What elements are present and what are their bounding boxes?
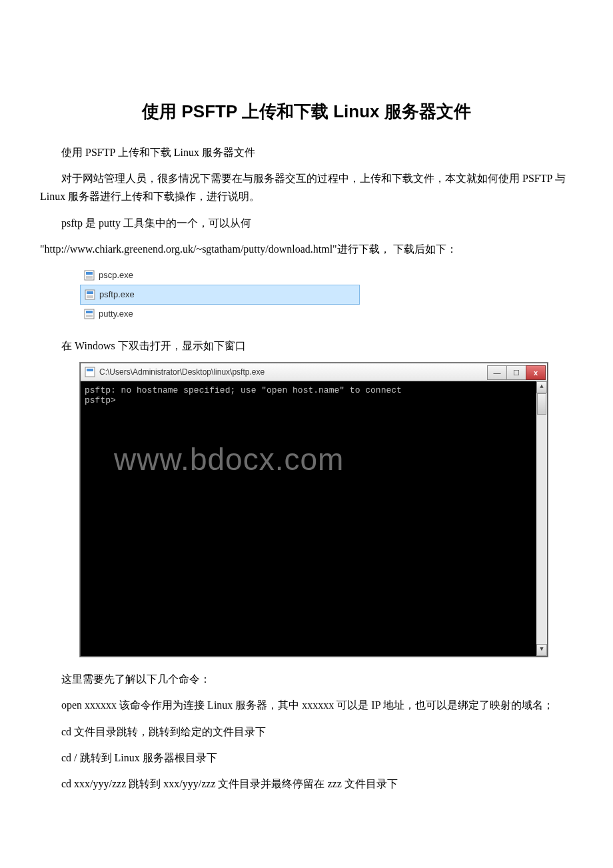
- paragraph-download-2: "http://www.chiark.greenend.org.uk/~sgta…: [40, 240, 573, 258]
- close-button[interactable]: x: [526, 365, 546, 380]
- svg-rect-2: [86, 276, 93, 279]
- svg-rect-4: [87, 291, 93, 294]
- paragraph-context: 对于网站管理人员，很多情况下需要在与服务器交互的过程中，上传和下载文件，本文就如…: [40, 169, 573, 205]
- svg-rect-8: [86, 315, 93, 317]
- svg-rect-1: [86, 272, 93, 275]
- scroll-down-icon[interactable]: ▼: [536, 644, 547, 656]
- watermark-text: www.bdocx.com: [114, 441, 344, 477]
- svg-rect-10: [87, 369, 93, 371]
- file-list: pscp.exe psftp.exe putty.exe: [80, 266, 360, 323]
- svg-rect-5: [87, 295, 93, 298]
- exe-icon: [84, 309, 95, 319]
- console-body[interactable]: psftp: no hostname specified; use "open …: [81, 381, 547, 656]
- app-icon: [85, 367, 95, 377]
- exe-icon: [84, 270, 95, 281]
- console-titlebar[interactable]: C:\Users\Administrator\Desktop\linux\psf…: [81, 363, 547, 381]
- console-line-1: psftp: no hostname specified; use "open …: [85, 385, 402, 395]
- paragraph-cmd-cd-path: cd xxx/yyy/zzz 跳转到 xxx/yyy/zzz 文件目录并最终停留…: [40, 775, 573, 793]
- paragraph-intro-repeat: 使用 PSFTP 上传和下载 Linux 服务器文件: [40, 143, 573, 161]
- exe-icon: [85, 289, 95, 300]
- file-label: psftp.exe: [99, 289, 135, 299]
- console-line-2: psftp>: [85, 395, 116, 405]
- scroll-thumb[interactable]: [537, 393, 546, 415]
- paragraph-cmd-cd: cd 文件目录跳转，跳转到给定的文件目录下: [40, 723, 573, 741]
- maximize-button[interactable]: ☐: [506, 365, 526, 380]
- paragraph-open-window: 在 Windows 下双击打开，显示如下窗口: [40, 337, 573, 355]
- page-title: 使用 PSFTP 上传和下载 Linux 服务器文件: [40, 100, 573, 123]
- console-window: C:\Users\Administrator\Desktop\linux\psf…: [80, 363, 548, 657]
- svg-rect-7: [86, 311, 93, 313]
- file-row-putty[interactable]: putty.exe: [80, 305, 360, 323]
- scroll-track[interactable]: [536, 393, 547, 644]
- console-title: C:\Users\Administrator\Desktop\linux\psf…: [99, 367, 488, 377]
- minimize-button[interactable]: —: [487, 365, 507, 380]
- file-row-psftp[interactable]: psftp.exe: [80, 285, 360, 305]
- paragraph-cmd-cd-root: cd / 跳转到 Linux 服务器根目录下: [40, 749, 573, 767]
- paragraph-cmd-open: open xxxxxx 该命令作用为连接 Linux 服务器，其中 xxxxxx…: [40, 696, 573, 714]
- scrollbar[interactable]: ▲ ▼: [536, 381, 547, 656]
- file-row-pscp[interactable]: pscp.exe: [80, 266, 360, 285]
- paragraph-commands-intro: 这里需要先了解以下几个命令：: [40, 670, 573, 688]
- paragraph-download-1: psftp 是 putty 工具集中的一个，可以从何: [40, 214, 573, 232]
- window-controls: — ☐ x: [488, 365, 546, 379]
- file-label: putty.exe: [99, 309, 133, 319]
- file-label: pscp.exe: [99, 270, 133, 280]
- scroll-up-icon[interactable]: ▲: [536, 381, 547, 393]
